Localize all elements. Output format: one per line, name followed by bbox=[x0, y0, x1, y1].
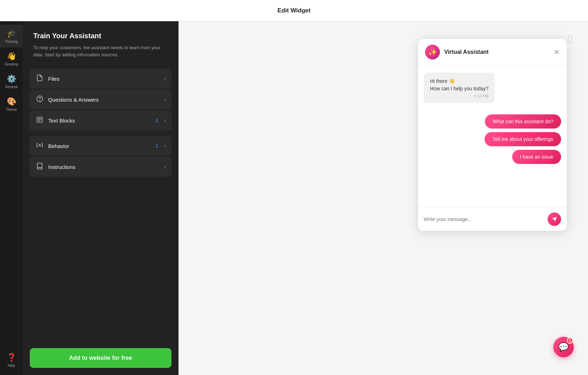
general-icon: ⚙️ bbox=[7, 74, 16, 84]
suggestion-btn-2[interactable]: Tell me about your offerings bbox=[485, 132, 561, 146]
sidebar-item-general[interactable]: ⚙️ General bbox=[0, 70, 23, 93]
sidebar-label-help: Help bbox=[8, 364, 15, 368]
chat-header: ✨ Virtual Assistant ✕ bbox=[418, 39, 567, 66]
msg-time-1: 4:12 PM bbox=[430, 94, 488, 98]
floating-badge: 1 bbox=[567, 337, 573, 344]
behavior-icon bbox=[35, 142, 44, 150]
textblocks-label: Text Blocks bbox=[48, 118, 151, 124]
floating-chat-button[interactable]: 💬 1 bbox=[553, 337, 574, 357]
behavior-label: Behavior bbox=[48, 143, 151, 149]
training-item-textblocks[interactable]: Text Blocks 1 › bbox=[30, 110, 171, 130]
floating-chat-icon: 💬 bbox=[558, 342, 569, 352]
chat-avatar: ✨ bbox=[425, 45, 440, 59]
bot-bubble-1: Hi there 👋How can I help you today? 4:12… bbox=[424, 73, 495, 103]
icon-sidebar: 🎓 Training 👋 Greeting ⚙️ General 🎨 Theme… bbox=[0, 21, 23, 375]
chat-close-button[interactable]: ✕ bbox=[554, 48, 560, 56]
training-panel: Train Your Assistant To help your custom… bbox=[23, 21, 179, 375]
chat-input-area bbox=[418, 207, 567, 231]
chat-header-name: Virtual Assistant bbox=[444, 49, 549, 55]
svg-rect-7 bbox=[568, 36, 571, 42]
behavior-badge: 1 bbox=[156, 143, 158, 149]
training-title: Train Your Assistant bbox=[33, 32, 168, 40]
instructions-icon bbox=[35, 163, 44, 171]
qa-icon bbox=[35, 95, 44, 104]
svg-point-6 bbox=[39, 144, 41, 146]
device-icon bbox=[566, 35, 574, 45]
training-sections: Files › Questions & Answers › bbox=[23, 62, 179, 341]
suggestion-buttons: What can this assistant do? Tell me abou… bbox=[424, 114, 561, 164]
sidebar-label-theme: Theme bbox=[6, 108, 17, 112]
bot-text-1: Hi there 👋How can I help you today? bbox=[430, 78, 488, 92]
greeting-icon: 👋 bbox=[7, 52, 16, 61]
main-layout: 🎓 Training 👋 Greeting ⚙️ General 🎨 Theme… bbox=[0, 21, 588, 375]
training-item-qa[interactable]: Questions & Answers › bbox=[30, 90, 171, 109]
sidebar-label-greeting: Greeting bbox=[5, 62, 18, 66]
textblocks-icon bbox=[35, 116, 44, 125]
sidebar-item-training[interactable]: 🎓 Training bbox=[0, 25, 23, 47]
chat-input[interactable] bbox=[424, 216, 544, 222]
textblocks-badge: 1 bbox=[156, 118, 158, 123]
chat-messages: Hi there 👋How can I help you today? 4:12… bbox=[418, 66, 567, 207]
training-item-instructions[interactable]: Instructions › bbox=[30, 157, 171, 177]
training-item-behavior[interactable]: Behavior 1 › bbox=[30, 136, 171, 156]
files-icon bbox=[35, 74, 44, 83]
sidebar-label-general: General bbox=[5, 85, 18, 89]
instructions-chevron: › bbox=[164, 164, 166, 170]
theme-icon: 🎨 bbox=[7, 97, 16, 106]
training-group-1: Files › Questions & Answers › bbox=[30, 69, 171, 130]
sidebar-item-greeting[interactable]: 👋 Greeting bbox=[0, 47, 23, 70]
sidebar-item-help[interactable]: ❓ Help bbox=[0, 349, 23, 371]
help-icon: ❓ bbox=[7, 353, 16, 362]
files-chevron: › bbox=[164, 75, 166, 82]
training-footer: Add to website for free bbox=[23, 341, 179, 375]
sidebar-label-training: Training bbox=[5, 40, 18, 44]
instructions-label: Instructions bbox=[48, 164, 160, 170]
files-label: Files bbox=[48, 76, 160, 82]
add-website-button[interactable]: Add to website for free bbox=[30, 348, 171, 368]
behavior-chevron: › bbox=[164, 143, 166, 149]
textblocks-chevron: › bbox=[164, 117, 166, 124]
sidebar-item-theme[interactable]: 🎨 Theme bbox=[0, 93, 23, 115]
page-title: Edit Widget bbox=[277, 7, 310, 14]
training-item-files[interactable]: Files › bbox=[30, 69, 171, 89]
training-header: Train Your Assistant To help your custom… bbox=[23, 21, 179, 62]
qa-chevron: › bbox=[164, 96, 166, 103]
bot-message-1: Hi there 👋How can I help you today? 4:12… bbox=[424, 73, 561, 103]
center-area: ✨ Virtual Assistant ✕ Hi there 👋How can … bbox=[179, 21, 588, 375]
suggestion-btn-3[interactable]: I have an issue bbox=[512, 150, 561, 164]
chat-send-button[interactable] bbox=[548, 212, 561, 226]
training-group-2: Behavior 1 › Instructions › bbox=[30, 136, 171, 177]
top-bar: Edit Widget bbox=[0, 0, 588, 21]
chat-widget: ✨ Virtual Assistant ✕ Hi there 👋How can … bbox=[418, 39, 567, 231]
training-subtitle: To help your customers, the assistant ne… bbox=[33, 44, 168, 58]
suggestion-btn-1[interactable]: What can this assistant do? bbox=[485, 114, 561, 129]
training-icon: 🎓 bbox=[7, 29, 16, 38]
qa-label: Questions & Answers bbox=[48, 97, 160, 103]
chat-avatar-icon: ✨ bbox=[428, 48, 437, 56]
